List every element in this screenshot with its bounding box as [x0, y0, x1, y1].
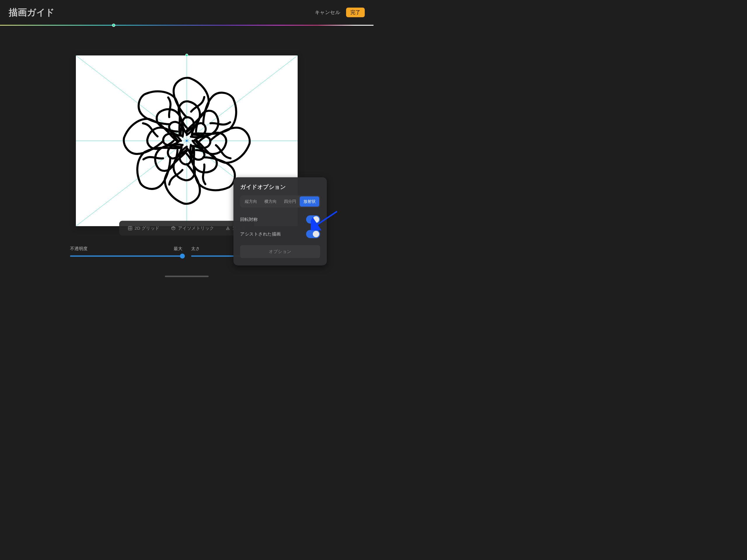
symmetry-radial[interactable]: 放射状: [300, 196, 319, 207]
guide-type-label: 2D グリッド: [134, 225, 159, 231]
grid-icon: [128, 226, 132, 230]
rotational-row: 回転対称: [240, 212, 320, 227]
hue-knob[interactable]: [112, 24, 115, 27]
guide-type-label: アイソメトリック: [178, 225, 214, 231]
opacity-slider[interactable]: [70, 256, 182, 257]
opacity-thumb[interactable]: [180, 254, 185, 258]
cancel-button[interactable]: キャンセル: [315, 9, 340, 16]
thickness-label: 太さ: [191, 246, 200, 252]
cube-icon: [171, 226, 176, 230]
assisted-toggle[interactable]: [306, 230, 320, 238]
assisted-label: アシストされた描画: [240, 231, 281, 237]
symmetry-segmented: 縦方向 横方向 四分円 放射状: [240, 196, 320, 207]
hue-slider[interactable]: [0, 25, 374, 26]
opacity-slider-group: 不透明度 最大: [70, 246, 182, 257]
guide-type-isometric[interactable]: アイソメトリック: [165, 222, 220, 234]
home-indicator: [165, 276, 209, 277]
header: 描画ガイド キャンセル 完了: [0, 0, 374, 25]
rotational-toggle[interactable]: [306, 215, 320, 224]
rotation-handle[interactable]: [185, 54, 188, 57]
popover-title: ガイドオプション: [240, 183, 320, 191]
center-handle[interactable]: [185, 139, 188, 143]
perspective-icon: [226, 226, 230, 230]
guide-options-popover: ガイドオプション 縦方向 横方向 四分円 放射状 回転対称 アシストされた描画 …: [233, 177, 327, 265]
opacity-max: 最大: [174, 246, 182, 252]
assisted-row: アシストされた描画: [240, 227, 320, 241]
done-button[interactable]: 完了: [346, 7, 365, 17]
guide-type-2dgrid[interactable]: 2D グリッド: [122, 222, 165, 234]
symmetry-vertical[interactable]: 縦方向: [241, 196, 261, 207]
symmetry-quadrant[interactable]: 四分円: [280, 196, 300, 207]
options-button[interactable]: オプション: [240, 245, 320, 258]
symmetry-horizontal[interactable]: 横方向: [261, 196, 280, 207]
page-title: 描画ガイド: [9, 6, 55, 19]
opacity-label: 不透明度: [70, 246, 87, 252]
rotational-label: 回転対称: [240, 217, 258, 223]
